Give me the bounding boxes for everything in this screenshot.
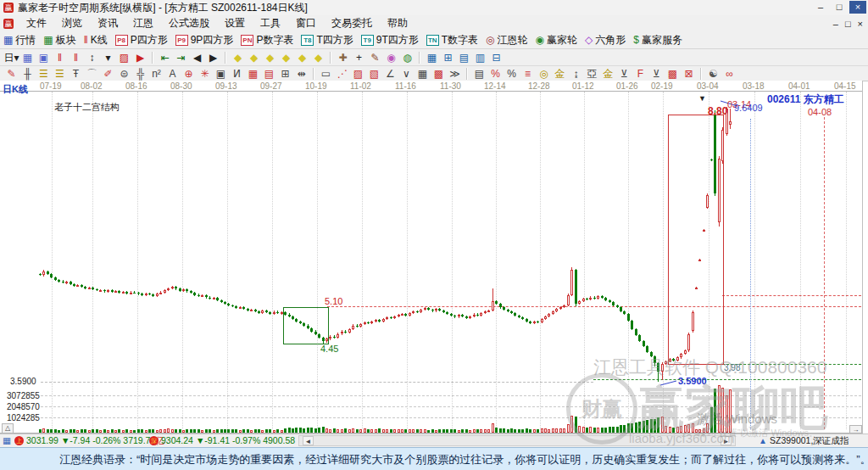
toolbar-button-sectors[interactable]: ▦板块 — [43, 33, 75, 48]
notes-icon[interactable]: ▤ — [456, 51, 472, 64]
toolbar-button-kline[interactable]: ‖K线 — [84, 33, 108, 48]
dropdown-icon[interactable]: ▾ — [100, 51, 116, 64]
red-grid-icon[interactable]: ▦ — [245, 67, 261, 81]
wave-tool-icon[interactable]: Ͷ — [229, 67, 245, 81]
toolbar-button-winner-service[interactable]: $赢家服务 — [633, 33, 682, 48]
scroll-right-arrow[interactable]: ► — [721, 436, 732, 445]
next-icon[interactable]: ▶ — [205, 51, 221, 64]
scale-icon[interactable]: ↕ — [84, 51, 100, 64]
diamond-6-icon[interactable]: ◆ — [310, 51, 326, 64]
ya-icon[interactable]: 亞 — [584, 67, 600, 81]
sz-index-quote[interactable]: 9304.24 ▼-91.41 -0.97% 4900.58 — [161, 435, 295, 445]
menu-item-2[interactable]: 资讯 — [90, 14, 125, 32]
gold-price-icon[interactable]: 金 — [552, 67, 568, 81]
last-icon[interactable]: ⇥ — [173, 51, 189, 64]
draw-icon[interactable]: ✎ — [367, 51, 383, 64]
toolbar-button-9t-square[interactable]: T99T四方形 — [361, 33, 419, 48]
lines-tool-icon[interactable]: ≫ — [447, 67, 463, 81]
angle-tool-icon[interactable]: ∠ — [382, 67, 398, 81]
diamond-1-icon[interactable]: ◆ — [230, 51, 246, 64]
crosshair-icon[interactable]: + — [351, 51, 367, 64]
diamond-3-icon[interactable]: ◆ — [262, 51, 278, 64]
diamond-4-icon[interactable]: ◆ — [278, 51, 294, 64]
horizontal-scrollbar[interactable]: ◄ ► — [298, 435, 736, 446]
calendar-icon[interactable]: ▦ — [424, 51, 440, 64]
grid-tool-icon[interactable]: ╫ — [19, 67, 36, 81]
period-selector[interactable]: 日▾ — [3, 51, 19, 64]
hand-icon[interactable]: ✚ — [335, 51, 351, 64]
mdi-minimize-button[interactable]: – — [833, 19, 838, 29]
n2-tool-icon[interactable]: n² — [148, 67, 164, 81]
menu-item-4[interactable]: 公式选股 — [161, 14, 217, 32]
golden-section2-icon[interactable]: ☰ — [52, 67, 68, 81]
table-tool-icon[interactable]: ⊞ — [277, 67, 293, 81]
gold-circle-icon[interactable]: ◎ — [536, 67, 552, 81]
star-tool-icon[interactable]: ✳ — [197, 67, 213, 81]
prev-icon[interactable]: ◀ — [189, 51, 205, 64]
rows-icon[interactable]: ▤ — [471, 67, 487, 81]
menu-item-6[interactable]: 工具 — [253, 14, 288, 32]
mdi-restore-button[interactable]: □ — [845, 19, 851, 29]
toolbar-button-9p-square[interactable]: P99P四方形 — [175, 33, 234, 48]
span-tool-icon[interactable]: ⇹ — [293, 67, 309, 81]
maximize-button[interactable]: □ — [831, 1, 848, 14]
expand-panel-button[interactable]: △ — [2, 423, 14, 434]
mdi-close-button[interactable]: × — [858, 19, 863, 29]
boxed-x-icon[interactable]: ⊠ — [681, 67, 697, 81]
print-icon[interactable]: ⊟ — [488, 51, 504, 64]
wheel-icon[interactable]: ◍ — [399, 51, 415, 64]
scroll-left-arrow[interactable]: ◄ — [303, 436, 314, 445]
cycle-tool-icon[interactable]: ⊜ — [116, 67, 132, 81]
marker-icon[interactable]: ✐ — [100, 67, 116, 81]
sh-index-quote[interactable]: 3031.99 ▼-7.94 -0.26% 3719.72亿 — [26, 435, 164, 447]
menu-item-7[interactable]: 窗口 — [288, 14, 324, 32]
toolbar-button-p-table[interactable]: PNP数字表 — [241, 33, 293, 48]
menu-item-0[interactable]: 文件 — [19, 14, 54, 32]
gold2-price-icon[interactable]: 金 — [600, 67, 616, 81]
grid3-tool-icon[interactable]: ▩ — [431, 67, 447, 81]
diamond-2-icon[interactable]: ◆ — [246, 51, 262, 64]
first-icon[interactable]: ⇤ — [157, 51, 173, 64]
hatch-tool-icon[interactable]: ╬ — [132, 67, 148, 81]
save-icon[interactable]: ▥ — [472, 51, 488, 64]
menu-item-3[interactable]: 江恩 — [125, 14, 161, 32]
mdi-system-icon[interactable]: 赢 — [3, 19, 14, 29]
percent-red-icon[interactable]: % — [487, 67, 504, 81]
box-tool-icon[interactable]: ▣ — [213, 67, 229, 81]
pattern-icon[interactable]: ▨ — [116, 51, 132, 64]
menu-item-9[interactable]: 帮助 — [380, 14, 415, 32]
toolbar-button-quotes[interactable]: ▦行情 — [3, 33, 36, 48]
shade-tool-icon[interactable]: ▨ — [350, 67, 366, 81]
arc-tool-icon[interactable]: ⌒ — [84, 67, 100, 81]
close-button[interactable]: × — [849, 1, 866, 14]
chart-scroll-right-button[interactable]: → — [849, 425, 862, 434]
kline-bars2-icon[interactable]: ‖ — [68, 51, 84, 64]
toolbar-button-p-square[interactable]: P8P四方形 — [115, 33, 168, 48]
infinity-icon[interactable]: ∞ — [721, 67, 737, 81]
menu-item-5[interactable]: 设置 — [217, 14, 253, 32]
percent-lines-icon[interactable]: ≡ — [520, 67, 536, 81]
xor-icon[interactable]: ⊻ — [616, 67, 632, 81]
golden-section-icon[interactable]: ☰ — [36, 67, 52, 81]
percent-icon[interactable]: % — [504, 67, 520, 81]
grid2-tool-icon[interactable]: ▦ — [415, 67, 431, 81]
minimize-button[interactable]: – — [812, 1, 829, 14]
dense-grid-icon[interactable]: ▩ — [665, 67, 681, 81]
shade2-tool-icon[interactable]: ▧ — [366, 67, 382, 81]
updown-icon[interactable]: ↨ — [568, 67, 584, 81]
menu-item-1[interactable]: 浏览 — [54, 14, 90, 32]
xor2-icon[interactable]: ⊻ — [648, 67, 665, 81]
menu-item-8[interactable]: 交易委托 — [324, 14, 380, 32]
rays-tool-icon[interactable]: ⋰ — [334, 67, 350, 81]
target-icon[interactable]: ⊕ — [181, 67, 197, 81]
toolbar-button-gann-wheel[interactable]: ◎江恩轮 — [486, 33, 527, 48]
pencil-icon[interactable]: ✎ — [3, 67, 19, 81]
angle-a-icon[interactable]: A — [164, 67, 181, 81]
flag-icon[interactable]: ▶ — [132, 51, 148, 64]
calculator-icon[interactable]: ⊞ — [440, 51, 456, 64]
fib-f-icon[interactable]: F — [632, 67, 648, 81]
diamond-5-icon[interactable]: ◆ — [294, 51, 310, 64]
toolbar-button-hexagon[interactable]: ◇六角形 — [585, 33, 626, 48]
toolbar-button-t-square[interactable]: T8T四方形 — [301, 33, 353, 48]
toolbar-button-winner-wheel[interactable]: ◉赢家轮 — [536, 33, 577, 48]
